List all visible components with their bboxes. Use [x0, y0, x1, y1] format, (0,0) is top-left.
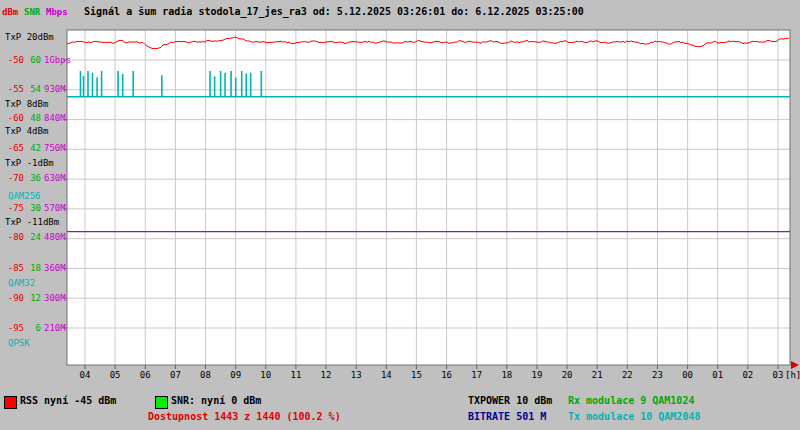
txpower-text: TXPOWER 10 dBm — [468, 395, 552, 406]
bitrate-text: BITRATE 501 M — [468, 411, 546, 422]
availability-text: Dostupnost 1443 z 1440 (100.2 %) — [148, 411, 341, 422]
signal-noise-chart — [0, 0, 800, 430]
rss-legend-label: RSS nyní -45 dBm — [20, 395, 116, 406]
mrtg-signal-graph-page: dBm SNR Mbps Signál a šum radia stodola_… — [0, 0, 800, 430]
snr-legend-swatch — [155, 396, 168, 409]
rx-modulation-text: Rx modulace 9 QAM1024 — [568, 395, 694, 406]
tx-modulation-text: Tx modulace 10 QAM2048 — [568, 411, 700, 422]
rss-legend-swatch — [4, 396, 17, 409]
snr-legend-label: SNR: nyní 0 dBm — [171, 395, 261, 406]
